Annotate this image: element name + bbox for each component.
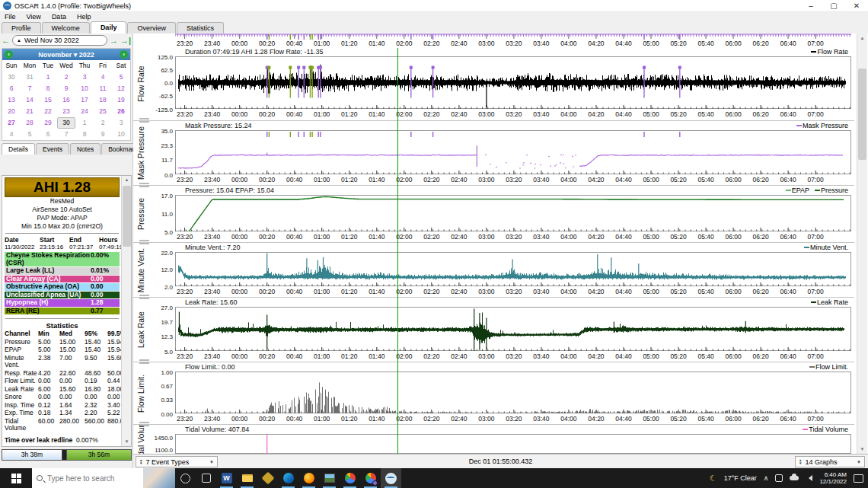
- calendar-day[interactable]: 31: [21, 72, 39, 83]
- calendar-day[interactable]: 13: [2, 94, 21, 106]
- calendar-day[interactable]: 7: [21, 83, 39, 94]
- chart-panel-flow-rate[interactable]: Flow RateDuration 07:49:19 AHI 1.28 Flow…: [133, 47, 854, 120]
- taskbar-search[interactable]: [32, 468, 175, 488]
- calendar-day[interactable]: 27: [2, 117, 21, 129]
- tab-welcome[interactable]: Welcome: [42, 22, 90, 33]
- menu-item-data[interactable]: Data: [52, 13, 66, 21]
- calendar-day[interactable]: 30: [57, 117, 75, 129]
- search-daily-image[interactable]: [143, 468, 175, 488]
- notification-center-icon[interactable]: [854, 474, 863, 483]
- calendar-day[interactable]: 28: [21, 117, 39, 129]
- taskbar-icon-word[interactable]: W: [216, 468, 237, 488]
- menu-item-file[interactable]: File: [5, 13, 16, 21]
- session-bar[interactable]: 3h 38m: [2, 449, 62, 461]
- calendar-day[interactable]: 8: [39, 83, 57, 94]
- calendar-day[interactable]: 20: [2, 106, 21, 117]
- graphs-dropdown[interactable]: ▲▼ 14 Graphs ▼: [795, 456, 865, 467]
- scrollbar-thumb[interactable]: [123, 186, 131, 247]
- next-day-button[interactable]: →: [110, 36, 118, 45]
- calendar-prev-icon[interactable]: ‹: [5, 50, 13, 59]
- menu-item-view[interactable]: View: [27, 13, 41, 21]
- date-picker[interactable]: ▲ Wed Nov 30 2022: [12, 35, 107, 46]
- calendar-day[interactable]: 24: [75, 106, 94, 117]
- close-button[interactable]: ✕: [845, 2, 868, 10]
- latest-day-button[interactable]: →|: [120, 36, 131, 45]
- calendar-day[interactable]: 18: [94, 94, 112, 106]
- prev-day-button[interactable]: ←: [2, 36, 10, 45]
- tray-expand-icon[interactable]: ∧: [764, 474, 769, 482]
- calendar-day[interactable]: 26: [112, 106, 130, 117]
- calendar-month-year[interactable]: November ▾ 2022: [38, 51, 94, 59]
- chart-panel-leak-rate[interactable]: Leak RateLeak Rate: 15.60Leak Rate27.019…: [133, 297, 854, 362]
- scroll-down-icon[interactable]: ▼: [122, 438, 132, 446]
- taskbar-icon-oscar[interactable]: [381, 468, 401, 488]
- calendar-day[interactable]: 12: [112, 83, 130, 94]
- calendar-day[interactable]: 15: [39, 94, 57, 106]
- calendar-day[interactable]: 22: [39, 106, 57, 117]
- scroll-up-icon[interactable]: ▲: [122, 176, 132, 184]
- calendar-day[interactable]: 19: [112, 94, 130, 106]
- calendar-day[interactable]: 25: [94, 106, 112, 117]
- calendar-day[interactable]: 16: [57, 94, 75, 106]
- onedrive-icon[interactable]: [790, 476, 799, 480]
- calendar-day[interactable]: 23: [57, 106, 75, 117]
- calendar-day[interactable]: 7: [57, 129, 75, 140]
- session-bar[interactable]: 3h 56m: [66, 449, 132, 461]
- calendar-day[interactable]: 3: [75, 72, 94, 83]
- chart-panel-flow-limit[interactable]: Flow Limit.Flow Limit.: 0.00Flow Limit.1…: [133, 362, 854, 424]
- calendar-next-icon[interactable]: ›: [120, 50, 128, 59]
- calendar-day[interactable]: 17: [75, 94, 94, 106]
- weather-text[interactable]: 17°F Clear: [724, 474, 757, 482]
- taskbar-icon-explorer[interactable]: [237, 468, 257, 488]
- taskbar-icon-task-view[interactable]: [196, 468, 216, 488]
- calendar-day[interactable]: 4: [2, 129, 21, 140]
- taskbar-icon-chrome[interactable]: [340, 468, 360, 488]
- sidebar-tab-notes[interactable]: Notes: [70, 143, 101, 155]
- calendar-day[interactable]: 4: [94, 72, 112, 83]
- search-input[interactable]: [47, 474, 131, 483]
- scroll-down-icon[interactable]: ▼: [857, 445, 867, 454]
- calendar-day[interactable]: 5: [21, 129, 39, 140]
- calendar-day[interactable]: 10: [112, 129, 130, 140]
- calendar-day[interactable]: 2: [57, 72, 75, 83]
- taskbar-icon-edge[interactable]: [278, 468, 298, 488]
- start-button[interactable]: [0, 468, 32, 488]
- charts-scrollbar[interactable]: ▲ ▼: [857, 33, 867, 454]
- scroll-up-icon[interactable]: ▲: [857, 33, 867, 43]
- calendar-day[interactable]: 29: [39, 117, 57, 129]
- calendar-day[interactable]: 5: [112, 72, 130, 83]
- weather-moon-icon[interactable]: ☾: [710, 474, 717, 483]
- sidebar-tab-events[interactable]: Events: [36, 143, 69, 155]
- calendar-day[interactable]: 21: [21, 106, 39, 117]
- calendar-day[interactable]: 2: [94, 117, 112, 129]
- taskbar-icon-firefox[interactable]: [298, 468, 319, 488]
- calendar-day[interactable]: 8: [75, 129, 94, 140]
- calendar-day[interactable]: 11: [94, 83, 112, 94]
- tab-daily[interactable]: Daily: [91, 21, 127, 33]
- calendar-day[interactable]: 14: [21, 94, 39, 106]
- calendar-day[interactable]: 10: [75, 83, 94, 94]
- taskbar-icon-chrome-profile[interactable]: [360, 468, 381, 488]
- scrollbar-thumb[interactable]: [858, 69, 866, 160]
- details-scrollbar[interactable]: ▲ ▼: [121, 176, 131, 446]
- tab-overview[interactable]: Overview: [127, 22, 176, 33]
- taskbar-icon-cortana[interactable]: [175, 468, 196, 488]
- calendar-day[interactable]: 9: [94, 129, 112, 140]
- calendar-day[interactable]: 1: [75, 117, 94, 129]
- calendar-day[interactable]: 6: [2, 83, 21, 94]
- calendar-day[interactable]: 1: [39, 72, 57, 83]
- time-ruler[interactable]: 23:2023:4000:0000:2000:4001:0001:2001:40…: [133, 33, 854, 47]
- calendar-day[interactable]: 3: [112, 117, 130, 129]
- calendar-day[interactable]: 6: [39, 129, 57, 140]
- sidebar-tab-details[interactable]: Details: [2, 143, 35, 155]
- chart-panel-mask-pressure[interactable]: Mask PressureMask Pressure: 15.24Mask Pr…: [133, 120, 854, 185]
- calendar-day[interactable]: 30: [2, 72, 21, 83]
- chart-panel-tidal-volume[interactable]: Tidal VolumeTidal Volume: 407.84Tidal Vo…: [133, 424, 854, 454]
- taskbar-icon-designer[interactable]: [257, 468, 278, 488]
- minimize-button[interactable]: –: [799, 2, 822, 10]
- taskbar-clock[interactable]: 6:40 AM 12/1/2022: [819, 471, 847, 485]
- tab-statistics[interactable]: Statistics: [177, 22, 224, 33]
- taskbar-icon-photos[interactable]: [319, 468, 340, 488]
- tab-profile[interactable]: Profile: [2, 22, 41, 33]
- calendar-day[interactable]: 9: [57, 83, 75, 94]
